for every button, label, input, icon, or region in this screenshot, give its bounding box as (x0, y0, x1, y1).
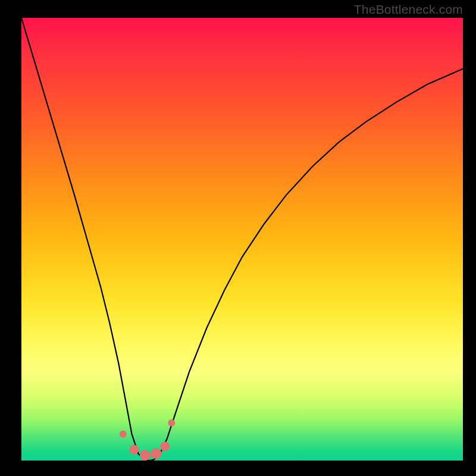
marker-dot (168, 419, 175, 427)
marker-dot (160, 441, 170, 451)
chart-stage: TheBottleneck.com (0, 0, 476, 476)
bottleneck-curve (21, 18, 463, 461)
marker-dot (151, 448, 161, 459)
marker-dot (129, 444, 139, 454)
watermark-text: TheBottleneck.com (354, 2, 463, 17)
marker-dot (140, 450, 151, 461)
chart-svg (0, 0, 476, 476)
marker-dot (120, 430, 127, 437)
